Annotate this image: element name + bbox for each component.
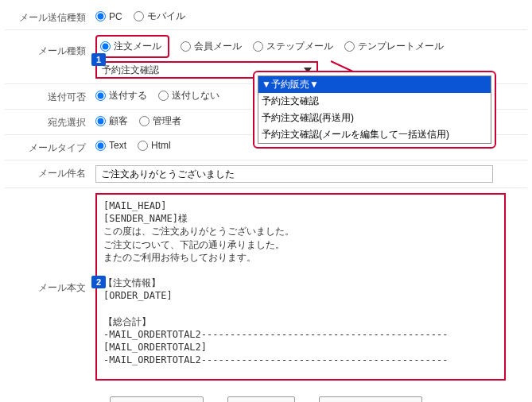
label-body: メール本文 [8,280,95,295]
radio-admin[interactable]: 管理者 [139,114,181,128]
field-body: [MAIL_HEAD] [SENDER_NAME]様 この度は、ご注文ありがとう… [95,193,524,381]
form-container: メール送信種類 PC モバイル メール種類 注文メール 会員メール ステップメー… [5,5,527,402]
row-body: メール本文 [MAIL_HEAD] [SENDER_NAME]様 この度は、ご注… [5,188,527,385]
radio-order-mail[interactable]: 注文メール [100,40,161,53]
dropdown-option-2[interactable]: 予約注文確認(再送用) [258,110,491,126]
field-subject [95,165,524,183]
radio-send-no[interactable]: 送付しない [158,89,219,102]
radio-step-mail[interactable]: ステップメール [253,40,333,53]
mail-kind-select-value: 予約注文確認 [102,64,159,77]
radio-pc[interactable]: PC [95,11,122,22]
dropdown-callout: ▼予約販売▼ 予約注文確認 予約注文確認(再送用) 予約注文確認(メールを編集し… [253,71,496,149]
dropdown-option-0[interactable]: ▼予約販売▼ [258,76,491,93]
button-row: ▣ プレビュー 3 ▶ 確 認 4 ↺ 初期値に戻す 5 [5,396,527,402]
label-mail-kind: メール種類 [8,35,95,58]
dropdown-option-1[interactable]: 予約注文確認 [258,93,491,110]
field-send-type: PC モバイル [95,10,524,23]
radio-html[interactable]: Html [138,140,171,151]
radio-member-mail[interactable]: 会員メール [181,40,242,53]
label-sendable: 送付可否 [8,89,95,104]
label-recipient: 宛先選択 [8,114,95,129]
row-send-type: メール送信種類 PC モバイル [5,5,527,30]
label-subject: メール件名 [8,165,95,180]
annotation-1: 1 [91,53,106,66]
radio-send-yes[interactable]: 送付する [95,89,147,102]
radio-mobile[interactable]: モバイル [134,10,185,23]
label-mail-type: メールタイプ [8,140,95,155]
radio-text[interactable]: Text [95,140,126,151]
radio-customer[interactable]: 顧客 [95,114,128,128]
confirm-button[interactable]: ▶ 確 認 4 [227,396,295,402]
row-subject: メール件名 [5,160,527,188]
reset-button[interactable]: ↺ 初期値に戻す 5 [319,396,422,402]
radio-template-mail[interactable]: テンプレートメール [344,40,444,53]
label-send-type: メール送信種類 [8,10,95,25]
dropdown-list: ▼予約販売▼ 予約注文確認 予約注文確認(再送用) 予約注文確認(メールを編集し… [258,75,491,144]
annotation-2: 2 [91,276,106,288]
radio-order-mail-highlight: 注文メール [95,35,169,58]
body-textarea[interactable]: [MAIL_HEAD] [SENDER_NAME]様 この度は、ご注文ありがとう… [95,193,506,381]
preview-button[interactable]: ▣ プレビュー 3 [110,396,204,402]
subject-input[interactable] [95,165,493,183]
dropdown-option-3[interactable]: 予約注文確認(メールを編集して一括送信用) [258,126,491,143]
